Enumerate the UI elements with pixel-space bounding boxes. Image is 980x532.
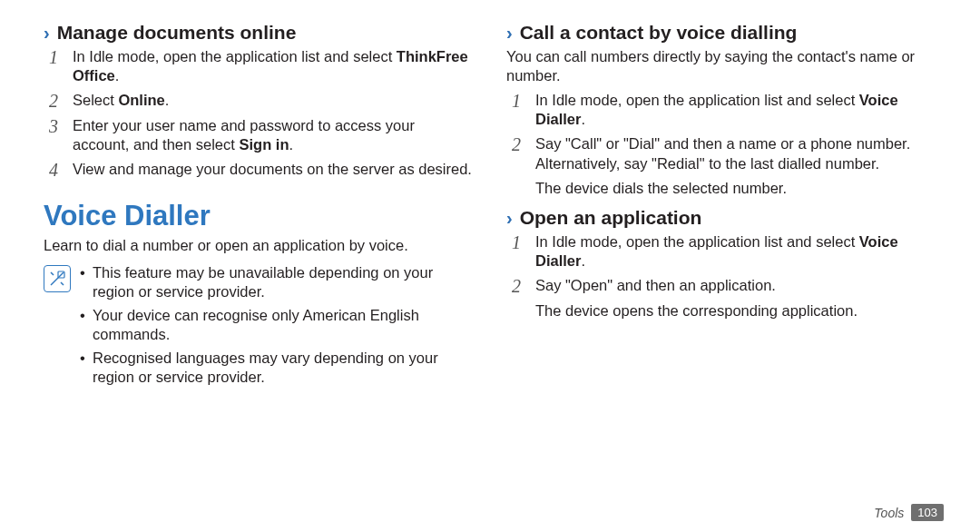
- paragraph: You can call numbers directly by saying …: [506, 47, 936, 85]
- subheading-text: Manage documents online: [57, 22, 297, 44]
- note-bullet: This feature may be unavailable dependin…: [80, 263, 474, 301]
- step-item: 1 In Idle mode, open the application lis…: [44, 47, 474, 85]
- note-bullets: This feature may be unavailable dependin…: [80, 263, 474, 392]
- step-item: 2 Select Online.: [44, 91, 474, 111]
- subheading-manage-docs: › Manage documents online: [44, 22, 474, 44]
- note-bullet: Your device can recognise only American …: [80, 306, 474, 344]
- step-item: 1 In Idle mode, open the application lis…: [506, 232, 936, 271]
- step-number: 2: [506, 134, 526, 172]
- step-number: 2: [506, 276, 526, 296]
- step-body: Enter your user name and password to acc…: [73, 116, 474, 154]
- note-block: This feature may be unavailable dependin…: [44, 263, 474, 392]
- subheading-open-app: › Open an application: [506, 207, 936, 229]
- step-body: In Idle mode, open the application list …: [535, 232, 936, 271]
- page-footer: Tools 103: [874, 504, 944, 521]
- chevron-icon: ›: [44, 24, 50, 42]
- subheading-text: Open an application: [520, 207, 702, 229]
- step-item: 2 Say "Call" or "Dial" and then a name o…: [506, 134, 936, 172]
- chevron-icon: ›: [506, 209, 513, 227]
- step-number: 3: [44, 116, 64, 154]
- manual-page: › Manage documents online 1 In Idle mode…: [0, 0, 980, 401]
- page-number: 103: [911, 504, 944, 521]
- note-icon: [44, 265, 71, 292]
- step-item: 4 View and manage your documents on the …: [44, 160, 474, 180]
- step-item: 3 Enter your user name and password to a…: [44, 116, 474, 154]
- section-intro: Learn to dial a number or open an applic…: [44, 236, 474, 255]
- step-body: In Idle mode, open the application list …: [73, 47, 474, 85]
- step-number: 1: [44, 47, 64, 85]
- step-number: 2: [44, 91, 64, 111]
- step-body: Say "Open" and then an application.: [535, 276, 776, 296]
- subheading-call-contact: › Call a contact by voice dialling: [506, 22, 936, 44]
- step-number: 4: [44, 160, 64, 180]
- step-item: 2 Say "Open" and then an application.: [506, 276, 936, 296]
- result-text: The device dials the selected number.: [535, 179, 936, 198]
- steps-open-app: 1 In Idle mode, open the application lis…: [506, 232, 936, 296]
- step-body: Select Online.: [73, 91, 169, 111]
- footer-section: Tools: [874, 506, 904, 520]
- left-column: › Manage documents online 1 In Idle mode…: [44, 16, 474, 392]
- step-body: View and manage your documents on the se…: [73, 160, 472, 180]
- right-column: › Call a contact by voice dialling You c…: [506, 16, 936, 392]
- note-bullet: Recognised languages may vary depending …: [80, 349, 474, 387]
- steps-call-contact: 1 In Idle mode, open the application lis…: [506, 91, 936, 172]
- step-item: 1 In Idle mode, open the application lis…: [506, 91, 936, 129]
- steps-manage-docs: 1 In Idle mode, open the application lis…: [44, 47, 474, 180]
- chevron-icon: ›: [506, 24, 513, 42]
- result-text: The device opens the corresponding appli…: [535, 301, 936, 320]
- step-number: 1: [506, 232, 526, 271]
- step-body: Say "Call" or "Dial" and then a name or …: [535, 134, 936, 172]
- step-number: 1: [506, 91, 526, 129]
- step-body: In Idle mode, open the application list …: [535, 91, 936, 129]
- subheading-text: Call a contact by voice dialling: [520, 22, 798, 44]
- section-title: Voice Dialler: [44, 200, 474, 232]
